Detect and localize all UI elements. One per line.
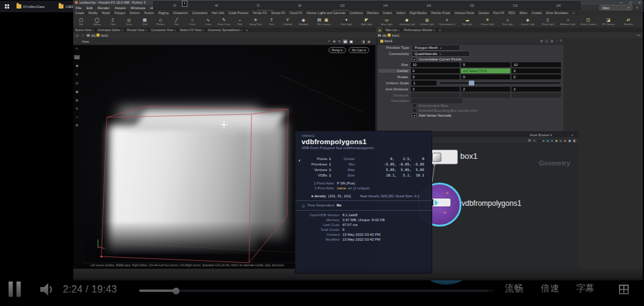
shelf-tool[interactable]: ◆ Geometry Light — [397, 18, 417, 26]
shelf-tool[interactable]: ▢ Box — [73, 18, 89, 26]
shelf-tool[interactable]: ○ Circle — [184, 18, 200, 26]
shelf-tool[interactable]: ◐ Environment Light — [437, 18, 457, 26]
breadcrumb-root[interactable]: obj — [91, 34, 95, 37]
taskbar-item[interactable]: DYuWenClass — [14, 1, 56, 12]
center-y-expression-field[interactable]: ch("sizey")*0.5 — [461, 68, 510, 73]
shelf-tool[interactable]: ☁ Sky Light — [457, 18, 477, 26]
shelf-tab[interactable]: Lights and Cameras — [316, 10, 348, 15]
shelf-tab[interactable]: Simple FX — [269, 10, 288, 15]
breadcrumb-root[interactable]: obj — [382, 34, 386, 37]
size-z-field[interactable]: 10 — [512, 62, 561, 67]
shelf-tool[interactable]: ▯ Portal Light — [538, 18, 558, 26]
slider-handle[interactable] — [469, 81, 474, 86]
shelf-tab[interactable]: Deform — [128, 10, 142, 15]
green-flag-icon[interactable]: ■ — [543, 139, 545, 142]
shelf-tab[interactable]: Model — [100, 10, 113, 15]
clock-icon[interactable]: ◔ — [555, 39, 557, 43]
menu-item[interactable]: File — [73, 6, 84, 10]
shelf-tool[interactable]: ▭ Area Light — [377, 18, 397, 26]
shelf-tool[interactable]: ⌣ Path — [232, 18, 248, 26]
pane-tab-take-list[interactable]: Take List▾ — [383, 27, 402, 32]
menu-item[interactable]: Render — [95, 6, 112, 10]
close-button[interactable]: ✕ — [639, 1, 641, 4]
node-vdb-label[interactable]: vdbfrompolygons1 — [461, 199, 521, 208]
shelf-tab[interactable]: Texture — [142, 10, 156, 15]
pin-icon[interactable]: ▾ ⊕ — [637, 34, 640, 37]
shelf-tab[interactable]: Vellum — [394, 10, 408, 15]
yellow-badge-icon[interactable]: ■ — [555, 139, 557, 142]
pane-tab[interactable]: Composite View▾ — [150, 27, 178, 32]
desktop-selector[interactable]: Main ▾ — [599, 5, 632, 10]
shelf-tool[interactable]: ☼ Sun Light — [497, 18, 518, 26]
rotate-x-field[interactable]: 0 — [411, 75, 460, 79]
shelf-tab[interactable]: Oceans — [477, 10, 491, 15]
blue-badge2-icon[interactable]: ■ — [560, 139, 562, 142]
shelf-tool[interactable]: ◤ Spot Light — [356, 18, 377, 26]
shelf-tool[interactable]: ◫ Stereo Camera — [578, 18, 598, 26]
shelf-tab[interactable]: Terrain FX — [251, 10, 269, 15]
shelf-tab[interactable]: Drive Simulation — [545, 10, 571, 15]
timeline-ruler[interactable]: 24487296120144168192216240 — [153, 1, 581, 10]
node-name[interactable]: box1 — [385, 39, 393, 43]
shelf-tab[interactable]: Create — [73, 10, 87, 15]
shelf-tab[interactable]: Polygon — [112, 10, 128, 15]
shelf-tab[interactable]: Guide Process — [226, 10, 251, 15]
shelf-tool[interactable]: ◇ Platonic — [153, 18, 168, 26]
breadcrumb-node[interactable]: box1 — [101, 34, 108, 37]
playhead-marker[interactable]: 1 — [182, 1, 187, 7]
up-arrow-icon[interactable]: ↑ — [81, 34, 86, 37]
pane-tab[interactable]: Render View▾ — [125, 27, 150, 32]
pane-tab[interactable]: +▾ — [244, 27, 250, 32]
axis-div-z-field[interactable]: 2 — [512, 87, 561, 92]
menu-item[interactable]: Assets — [112, 6, 128, 10]
shelf-tab[interactable]: Constraints — [190, 10, 210, 15]
shelf-tab[interactable]: Particle Fluids — [429, 10, 452, 15]
shelf-tool[interactable]: ◎ Torus — [121, 18, 137, 26]
search-icon[interactable]: ⊕ — [551, 39, 553, 43]
shelf-tab[interactable]: Hair Utils — [210, 10, 226, 15]
center-x-field[interactable]: 0 — [411, 68, 460, 73]
menu-item[interactable]: Windows — [128, 6, 148, 10]
split-view-icon[interactable]: ◧ — [573, 139, 576, 142]
shelf-tool[interactable]: ✳ Spray Paint — [248, 18, 264, 26]
shelf-tool[interactable]: ▦ Grid — [137, 18, 153, 26]
shelf-tool[interactable]: ✎ Draw Curve — [216, 18, 232, 26]
node-box1[interactable] — [430, 150, 458, 164]
shelf-tab[interactable]: Viscous Fluids — [453, 10, 477, 15]
shelf-tab[interactable]: PDG — [507, 10, 518, 15]
color-swatch-icon[interactable]: ■ — [538, 139, 540, 142]
wrench-icon[interactable]: ⚒ — [528, 139, 530, 142]
shelf-tool[interactable]: Y L-System — [280, 18, 295, 26]
consolidate-checkbox[interactable]: ✔ — [412, 57, 417, 62]
size-x-field[interactable]: 10 — [411, 62, 460, 67]
orange-badge-icon[interactable]: ■ — [564, 139, 566, 142]
primitive-type-dropdown[interactable]: Polygon Mesh▾ — [411, 45, 460, 51]
maximize-button[interactable]: ▢ — [629, 1, 632, 4]
oriented-bbox-checkbox[interactable] — [412, 108, 417, 113]
shelf-tool[interactable]: ╱ Line — [168, 18, 184, 26]
uniform-scale-slider[interactable] — [440, 82, 560, 84]
shelf-tool[interactable]: ✦ Point Light — [336, 18, 356, 26]
pane-tab[interactable]: Animation Editor▾ — [96, 27, 125, 32]
shelf-tool[interactable]: T Font — [264, 18, 280, 26]
display-flag-icon[interactable] — [435, 200, 438, 206]
axis-div-y-field[interactable]: 2 — [461, 87, 510, 92]
shelf-tool[interactable]: ◯ Sphere — [89, 18, 105, 26]
windows-start-button[interactable] — [5, 4, 9, 9]
cursor-icon[interactable]: ↖ — [533, 139, 535, 142]
add-tab-button[interactable]: + — [571, 133, 573, 137]
asset-browser-tab[interactable]: Asset Browser ▾ — [530, 133, 552, 137]
shelf-tool[interactable]: ◪ VR Camera — [598, 18, 618, 26]
pane-tab-performance-monitor[interactable]: Performance Monitor▾ — [402, 27, 438, 32]
shelf-tool[interactable]: ☀ Distant Light — [477, 18, 497, 26]
shelf-tool[interactable]: ▯ Tube — [105, 18, 121, 26]
shelf-tab[interactable]: Collisions — [348, 10, 365, 15]
teal-flag-icon[interactable]: ■ — [547, 139, 549, 142]
rotate-z-field[interactable]: 0 — [512, 75, 561, 79]
pane-tab[interactable]: Motion FX View▾ — [178, 27, 206, 32]
selected-point-marker[interactable] — [223, 124, 225, 126]
center-z-field[interactable]: 0 — [512, 68, 561, 73]
uniform-scale-field[interactable]: 1 — [411, 81, 436, 86]
pane-tab[interactable]: Scene View▾ — [73, 27, 96, 32]
shelf-tab[interactable]: Wires — [518, 10, 530, 15]
